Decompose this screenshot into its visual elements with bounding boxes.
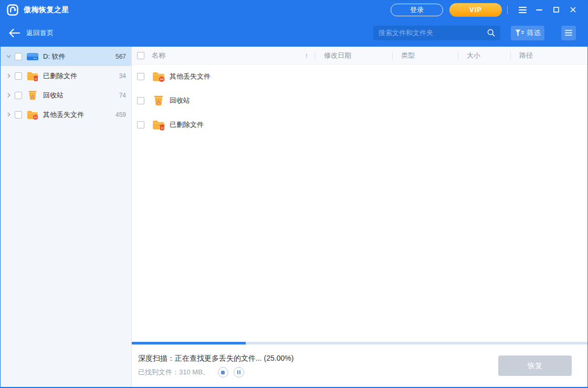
close-icon[interactable] (564, 3, 581, 17)
sidebar-item-recycle-bin[interactable]: 回收站 74 (1, 85, 131, 105)
column-header-size[interactable]: 大小 (458, 51, 510, 60)
file-row-deleted-files[interactable]: 已删除文件 (132, 113, 587, 137)
sidebar-drive-checkbox[interactable] (15, 53, 22, 60)
filter-button[interactable]: 筛选 (511, 26, 544, 40)
stop-icon (221, 371, 225, 374)
back-arrow-icon[interactable] (9, 29, 20, 37)
filter-funnel-icon (515, 29, 524, 37)
column-header-name[interactable]: 名称 ↑ (132, 51, 315, 60)
app-title: 傲梅恢复之星 (24, 5, 69, 15)
scan-status-block: 深度扫描：正在查找更多丢失的文件... (25.00%) 已找到文件：310 M… (138, 354, 293, 378)
sidebar-item-label: 回收站 (43, 91, 64, 100)
view-menu-icon[interactable] (561, 26, 576, 40)
row-checkbox[interactable] (137, 97, 144, 104)
chevron-right-icon[interactable] (5, 73, 13, 79)
folder-lost-icon (152, 71, 165, 82)
folder-lost-icon (26, 110, 39, 120)
minimize-icon[interactable] (531, 3, 548, 17)
login-button[interactable]: 登录 (391, 4, 443, 16)
titlebar-separator (507, 6, 508, 14)
table-header: 名称 ↑ 修改日期 类型 大小 路径 (132, 47, 587, 64)
search-input[interactable] (379, 29, 487, 37)
sidebar-item-count: 34 (119, 72, 126, 80)
search-box (373, 26, 500, 40)
vip-button[interactable]: VIP (449, 3, 502, 17)
filter-label: 筛选 (527, 28, 541, 38)
app-window: 傲梅恢复之星 登录 VIP (0, 0, 588, 388)
maximize-icon[interactable] (548, 3, 564, 17)
file-list: 其他丢失文件 回收站 (132, 64, 587, 342)
column-label-name: 名称 (152, 51, 165, 60)
file-list-panel: 名称 ↑ 修改日期 类型 大小 路径 (132, 47, 587, 387)
sidebar-tree: D: 软件 567 (1, 47, 132, 387)
back-home-label[interactable]: 返回首页 (26, 28, 54, 38)
row-checkbox[interactable] (137, 121, 144, 128)
sidebar-item-label: 其他丢失文件 (43, 110, 84, 120)
chevron-right-icon[interactable] (5, 92, 13, 98)
drive-icon (26, 52, 39, 61)
sidebar-item-count: 567 (116, 53, 126, 60)
file-row-recycle-bin[interactable]: 回收站 (132, 89, 587, 113)
sort-ascending-icon[interactable]: ↑ (305, 51, 309, 59)
main-body: D: 软件 567 (1, 47, 587, 387)
file-row-other-lost[interactable]: 其他丢失文件 (132, 64, 587, 89)
recover-button[interactable]: 恢复 (498, 355, 572, 376)
sidebar-item-other-lost-files[interactable]: 其他丢失文件 459 (1, 105, 131, 124)
title-bar: 傲梅恢复之星 登录 VIP (1, 1, 587, 19)
chevron-right-icon[interactable] (5, 112, 13, 117)
sidebar-deleted-checkbox[interactable] (15, 72, 22, 80)
sidebar-item-drive-d[interactable]: D: 软件 567 (1, 47, 131, 66)
titlebar-actions: 登录 VIP (391, 3, 581, 17)
recycle-bin-icon (152, 95, 165, 106)
search-icon[interactable] (487, 29, 495, 37)
file-row-label: 已删除文件 (170, 120, 204, 130)
app-logo-icon (7, 4, 18, 16)
sidebar-other-lost-checkbox[interactable] (15, 111, 22, 118)
column-header-path[interactable]: 路径 (511, 51, 587, 60)
pause-icon (237, 370, 241, 374)
app-menu-icon[interactable] (514, 3, 531, 17)
sidebar-item-deleted-files[interactable]: 已删除文件 34 (1, 66, 131, 85)
recycle-bin-icon (26, 90, 39, 101)
sidebar-item-label: 已删除文件 (43, 71, 77, 81)
sidebar-item-count: 74 (119, 92, 126, 99)
column-header-date[interactable]: 修改日期 (316, 51, 392, 60)
sidebar-item-count: 459 (116, 111, 126, 118)
folder-deleted-icon (152, 119, 165, 131)
folder-deleted-icon (26, 71, 39, 81)
file-row-label: 回收站 (170, 96, 190, 105)
found-files-text: 已找到文件：310 MB。 (138, 368, 209, 377)
status-footer: 深度扫描：正在查找更多丢失的文件... (25.00%) 已找到文件：310 M… (132, 344, 587, 387)
toolbar: 返回首页 筛选 (1, 19, 587, 47)
stop-scan-button[interactable] (218, 367, 228, 378)
pause-scan-button[interactable] (234, 367, 244, 378)
sidebar-item-label: D: 软件 (43, 52, 66, 61)
sidebar-recycle-checkbox[interactable] (15, 92, 22, 99)
column-header-type[interactable]: 类型 (393, 51, 458, 60)
scan-status-text: 深度扫描：正在查找更多丢失的文件... (25.00%) (138, 354, 293, 363)
row-checkbox[interactable] (137, 73, 144, 80)
select-all-checkbox[interactable] (137, 52, 144, 59)
chevron-down-icon[interactable] (5, 53, 13, 59)
file-row-label: 其他丢失文件 (170, 72, 211, 81)
